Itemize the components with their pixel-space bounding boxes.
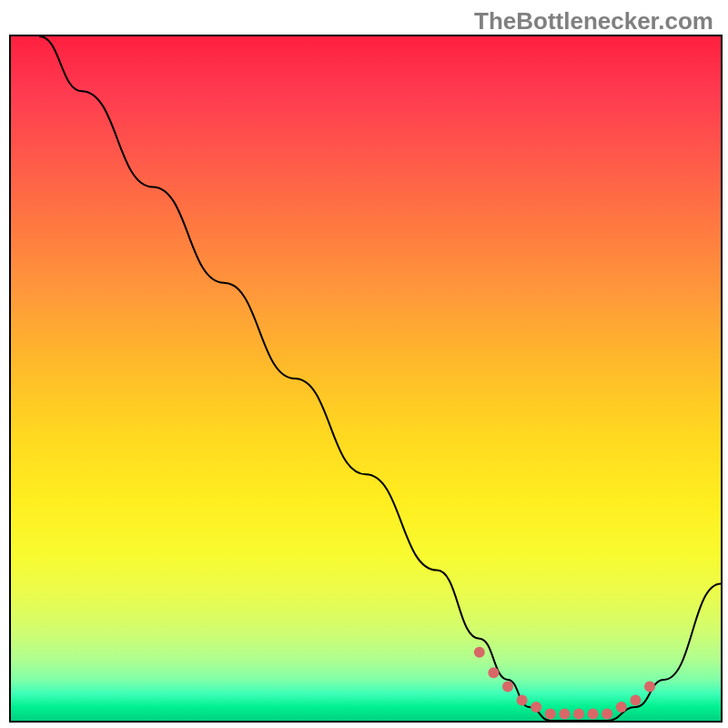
chart-container <box>9 35 723 723</box>
marker-dot <box>517 694 528 705</box>
marker-dot <box>488 667 499 678</box>
marker-dot <box>502 681 513 692</box>
marker-dot <box>559 708 570 719</box>
marker-dot <box>616 702 627 713</box>
marker-dot <box>545 708 556 719</box>
marker-dot <box>602 708 612 719</box>
watermark-text: TheBottlenecker.com <box>474 7 713 35</box>
chart-svg <box>11 36 721 721</box>
marker-dot <box>531 702 541 713</box>
marker-dot <box>644 681 655 692</box>
marker-dot <box>474 647 485 658</box>
marker-dot <box>630 694 641 705</box>
marker-dot <box>573 708 584 719</box>
marker-dot <box>588 708 599 719</box>
bottleneck-curve-line <box>39 36 721 721</box>
